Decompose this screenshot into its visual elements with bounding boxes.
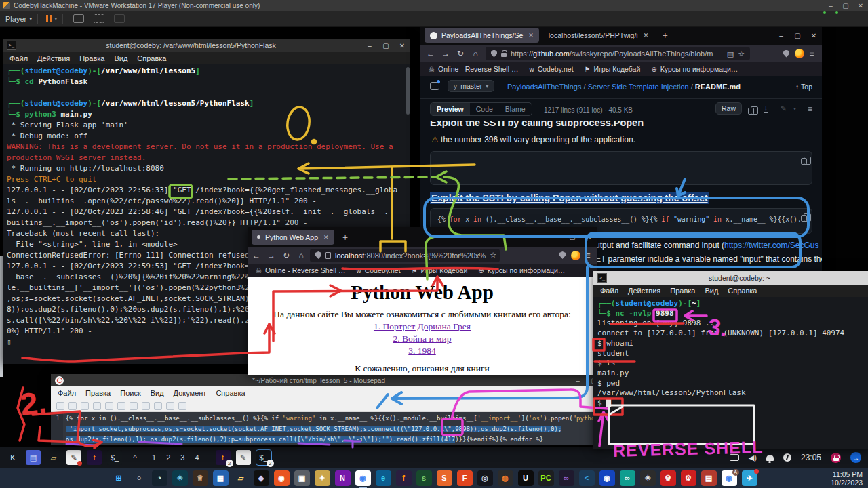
file-manager-icon[interactable]: ▱ bbox=[46, 450, 61, 465]
save-as-icon[interactable] bbox=[93, 402, 101, 410]
vscode-icon[interactable]: < bbox=[579, 470, 595, 486]
book-link[interactable]: 2. Война и мир bbox=[248, 333, 597, 344]
book-link[interactable]: 3. 1984 bbox=[248, 346, 597, 357]
minimize-button[interactable]: – bbox=[773, 32, 789, 39]
blender-icon[interactable]: ◍ bbox=[498, 470, 513, 486]
obsidian-icon[interactable]: ◆ bbox=[254, 470, 269, 486]
menu-item[interactable]: Файл bbox=[600, 287, 618, 295]
bookmark-item[interactable]: ⊕Курсы по информаци… bbox=[651, 65, 738, 73]
bookmark-item[interactable]: ⚑Игры Кодебай bbox=[585, 65, 641, 73]
home-button[interactable]: ⌂ bbox=[468, 49, 483, 58]
reader-mode-icon[interactable]: ▤ bbox=[727, 49, 734, 58]
bookmark-item[interactable]: wCodeby.net bbox=[529, 65, 573, 73]
calendar-icon[interactable]: ▦ bbox=[213, 470, 229, 486]
extension-shield-icon[interactable] bbox=[559, 251, 566, 259]
breadcrumb[interactable]: PayloadsAllTheThings / Server Side Templ… bbox=[507, 83, 741, 91]
screen-lock-icon[interactable] bbox=[831, 453, 841, 463]
bookmark-item[interactable]: wCodeby.net bbox=[356, 266, 400, 274]
firefox-account-icon[interactable] bbox=[571, 251, 580, 260]
new-tab-button[interactable]: ＋ bbox=[341, 231, 350, 243]
raw-button[interactable]: Raw bbox=[715, 102, 742, 115]
menu-hamburger-icon[interactable]: ≡ bbox=[580, 251, 595, 260]
new-tab-button[interactable]: ＋ bbox=[660, 29, 669, 41]
menu-item[interactable]: Документ bbox=[174, 389, 207, 397]
menu-item[interactable]: Действия bbox=[628, 287, 660, 295]
minimize-button[interactable]: – bbox=[548, 233, 564, 241]
edge-icon[interactable]: e bbox=[376, 470, 391, 486]
branch-selector[interactable]: ymaster▾ bbox=[448, 80, 494, 92]
download-icon[interactable]: ↓ bbox=[764, 104, 768, 113]
menu-item[interactable]: Справка bbox=[137, 54, 166, 62]
notification-bell-icon[interactable] bbox=[766, 455, 774, 461]
new-file-icon[interactable] bbox=[56, 402, 64, 410]
minimize-button[interactable]: – bbox=[823, 2, 838, 9]
redo-icon[interactable] bbox=[130, 402, 138, 410]
persona-icon[interactable]: ♕ bbox=[193, 470, 208, 486]
scrollbar[interactable] bbox=[406, 67, 410, 115]
chevron-up-icon[interactable]: ^ bbox=[127, 450, 142, 465]
terminal-vm-icon[interactable]: $_ bbox=[107, 450, 122, 465]
volume-icon[interactable]: ◀) bbox=[749, 453, 757, 462]
menu-item[interactable]: Справка bbox=[728, 287, 757, 295]
book-link[interactable]: 1. Портрет Дориана Грея bbox=[248, 321, 597, 332]
terminal-window-button[interactable]: $_2 bbox=[256, 450, 271, 465]
power-icon[interactable] bbox=[783, 453, 791, 462]
copy-raw-icon[interactable] bbox=[748, 105, 754, 117]
reload-button[interactable]: ↻ bbox=[279, 251, 294, 260]
file-view-tab[interactable]: Preview bbox=[431, 103, 470, 115]
menu-item[interactable]: Правка bbox=[670, 287, 695, 295]
file-explorer-icon[interactable]: ▱ bbox=[233, 470, 249, 486]
mousepad-icon[interactable]: ✎ bbox=[66, 450, 81, 465]
open-file-icon[interactable] bbox=[68, 402, 77, 410]
editor-text-area[interactable]: {% for x in ().__class__.__base__.__subc… bbox=[63, 412, 602, 445]
copy-code-icon[interactable] bbox=[801, 212, 807, 224]
toolbox-icon[interactable]: ▤ bbox=[701, 470, 717, 486]
tab-close-icon[interactable]: ✕ bbox=[323, 234, 329, 241]
bookmark-item[interactable]: ☠Online - Reverse Shell … bbox=[256, 266, 345, 274]
chrome-profile-icon[interactable]: ◉A bbox=[722, 470, 737, 486]
save-icon[interactable] bbox=[81, 402, 89, 410]
extension-shield-icon[interactable] bbox=[783, 50, 789, 58]
player-menu[interactable]: Player bbox=[5, 15, 26, 23]
menu-item[interactable]: Вид bbox=[151, 389, 164, 397]
cut-icon[interactable] bbox=[142, 402, 150, 410]
onenote-icon[interactable]: N bbox=[335, 470, 351, 486]
vm-clock[interactable]: 23:05 bbox=[801, 453, 821, 462]
url-bar[interactable]: https://github.com/swisskyrepo/PayloadsA… bbox=[486, 47, 750, 60]
menu-hamburger-icon[interactable]: ≡ bbox=[804, 49, 819, 58]
file-view-tabs[interactable]: PreviewCodeBlame bbox=[430, 102, 532, 116]
firefox-icon[interactable]: f bbox=[396, 470, 412, 486]
game-icon[interactable]: ✦ bbox=[315, 470, 330, 486]
bookmark-item[interactable]: ⚑Игры Кодебай bbox=[412, 266, 468, 274]
tree-icon[interactable]: ✳ bbox=[640, 470, 656, 486]
bookmark-item[interactable]: ⊕Курсы по информаци… bbox=[478, 266, 565, 274]
copy-code-icon[interactable] bbox=[801, 155, 807, 167]
co-app-icon[interactable]: ∞ bbox=[620, 470, 635, 486]
bookmark-item[interactable]: ☠Online - Reverse Shell … bbox=[429, 65, 518, 73]
back-button[interactable]: ← bbox=[249, 251, 264, 260]
red-gear2-icon[interactable]: ⚙ bbox=[681, 470, 696, 486]
firefox-account-icon[interactable] bbox=[795, 49, 804, 58]
close-button[interactable]: ✕ bbox=[806, 32, 822, 39]
bookmark-star-icon[interactable]: ☆ bbox=[490, 251, 496, 260]
menu-item[interactable]: Вид bbox=[705, 287, 718, 295]
rambox-icon[interactable]: ✳ bbox=[172, 470, 188, 486]
file-view-tab[interactable]: Code bbox=[470, 103, 499, 115]
tab-python-web-app[interactable]: Python Web App✕ bbox=[252, 230, 334, 245]
firefox-window-button[interactable]: f2 bbox=[216, 450, 231, 465]
pycharm-icon[interactable]: PC bbox=[538, 470, 554, 486]
workspace-switcher[interactable]: 1 2 3 4 bbox=[152, 453, 203, 462]
bookmark-star-icon[interactable]: ☆ bbox=[738, 49, 745, 58]
telegram-icon[interactable]: ✈ bbox=[742, 470, 757, 486]
twitter-link[interactable]: https://twitter.com/SecGus bbox=[724, 241, 818, 250]
start-button[interactable]: ⊞ bbox=[111, 470, 127, 486]
sublime-icon[interactable]: S bbox=[437, 470, 452, 486]
send-ctrl-alt-del-button[interactable] bbox=[73, 14, 84, 23]
close-button[interactable]: ✕ bbox=[853, 2, 868, 9]
tab-close-icon[interactable]: ✕ bbox=[528, 32, 534, 39]
copy-icon[interactable] bbox=[154, 402, 162, 410]
minimize-button[interactable]: – bbox=[570, 377, 586, 384]
visual-studio-icon[interactable]: ∞ bbox=[559, 470, 574, 486]
minimize-button[interactable]: – bbox=[361, 42, 378, 49]
firefox-vm-icon[interactable]: f bbox=[87, 450, 102, 465]
